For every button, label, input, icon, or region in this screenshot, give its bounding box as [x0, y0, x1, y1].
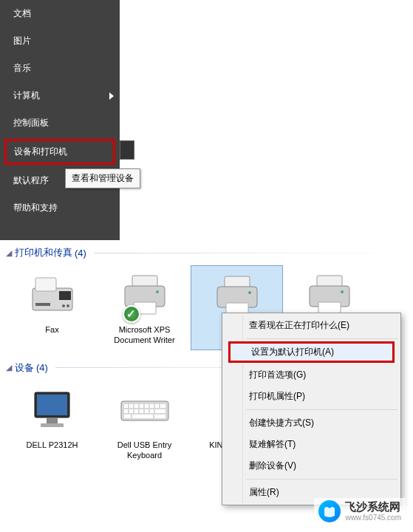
svg-rect-21	[41, 423, 64, 427]
start-menu-computer[interactable]: 计算机	[0, 82, 120, 109]
svg-rect-36	[150, 409, 154, 413]
svg-point-9	[156, 290, 159, 293]
svg-point-4	[62, 304, 65, 307]
collapse-icon: ◢	[6, 248, 12, 258]
svg-rect-30	[160, 404, 165, 408]
svg-rect-23	[124, 404, 128, 408]
printer-context-menu: 查看现在正在打印什么(E) 设置为默认打印机(A) 打印首选项(G) 打印机属性…	[222, 313, 401, 505]
device-label: Microsoft XPS Document Writer	[100, 324, 189, 346]
context-printer-properties[interactable]: 打印机属性(P)	[224, 386, 399, 407]
start-menu-tooltip: 查看和管理设备	[65, 168, 140, 188]
svg-rect-3	[35, 303, 50, 306]
section-divider	[94, 253, 407, 253]
start-menu-computer-label: 计算机	[13, 90, 40, 100]
context-menu-separator	[246, 409, 397, 410]
svg-rect-39	[132, 415, 153, 418]
chevron-right-icon	[109, 92, 114, 100]
svg-point-17	[341, 290, 344, 293]
svg-rect-19	[37, 395, 67, 415]
start-menu-documents[interactable]: 文档	[0, 0, 120, 27]
svg-point-5	[66, 304, 69, 307]
start-menu-music[interactable]: 音乐	[0, 55, 120, 82]
devices-section-title: 设备	[15, 361, 34, 375]
printers-section-count: (4)	[75, 248, 86, 259]
device-fax[interactable]: Fax	[6, 265, 98, 350]
watermark-url: www.fs0745.com	[345, 514, 401, 522]
watermark-title: 飞沙系统网	[345, 501, 401, 514]
svg-rect-20	[47, 417, 58, 423]
svg-rect-24	[129, 404, 133, 408]
context-menu-separator	[246, 338, 397, 339]
svg-rect-37	[155, 409, 165, 413]
svg-rect-26	[140, 404, 143, 408]
watermark: 飞沙系统网 www.fs0745.com	[314, 498, 406, 525]
svg-rect-32	[129, 409, 133, 413]
start-menu-control-panel[interactable]: 控制面板	[0, 109, 120, 137]
svg-rect-40	[154, 415, 165, 418]
device-label: Dell USB Entry Keyboard	[100, 440, 189, 461]
keyboard-icon	[115, 385, 174, 435]
device-keyboard[interactable]: Dell USB Entry Keyboard	[98, 381, 191, 466]
device-label: Fax	[7, 324, 97, 335]
start-menu-panel: 文档 图片 音乐 计算机 控制面板 设备和打印机 默认程序 帮助和支持	[0, 0, 120, 240]
svg-rect-2	[59, 291, 71, 300]
context-remove-device[interactable]: 删除设备(V)	[224, 455, 399, 477]
monitor-icon	[23, 385, 82, 435]
devices-section-count: (4)	[36, 362, 48, 373]
default-check-icon: ✓	[123, 305, 140, 323]
context-printing-preferences[interactable]: 打印首选项(G)	[224, 364, 399, 386]
svg-rect-1	[35, 278, 56, 291]
context-troubleshoot[interactable]: 疑难解答(T)	[224, 434, 399, 455]
svg-rect-25	[134, 404, 138, 408]
collapse-icon: ◢	[6, 363, 12, 372]
start-menu-pictures[interactable]: 图片	[0, 27, 120, 55]
svg-rect-34	[140, 409, 143, 413]
printer-icon: ✓	[115, 270, 174, 320]
start-menu-help-support[interactable]: 帮助和支持	[0, 194, 120, 222]
device-label: DELL P2312H	[7, 440, 97, 450]
watermark-logo-icon	[318, 500, 341, 522]
svg-rect-28	[150, 404, 154, 408]
device-xps-writer[interactable]: ✓ Microsoft XPS Document Writer	[98, 265, 191, 350]
device-monitor[interactable]: DELL P2312H	[6, 381, 98, 466]
context-set-default-printer[interactable]: 设置为默认打印机(A)	[228, 341, 395, 363]
svg-rect-29	[155, 404, 159, 408]
context-menu-separator	[246, 479, 397, 480]
svg-rect-33	[134, 409, 138, 413]
svg-rect-27	[145, 404, 149, 408]
printers-section-header[interactable]: ◢ 打印机和传真 (4)	[6, 246, 407, 259]
watermark-text: 飞沙系统网 www.fs0745.com	[345, 501, 401, 522]
svg-rect-38	[124, 415, 131, 418]
context-see-whats-printing[interactable]: 查看现在正在打印什么(E)	[224, 315, 399, 336]
context-create-shortcut[interactable]: 创建快捷方式(S)	[224, 412, 399, 434]
fax-icon	[23, 270, 82, 320]
printers-section-title: 打印机和传真	[15, 246, 72, 259]
svg-rect-35	[145, 409, 149, 413]
svg-point-13	[248, 291, 251, 294]
submenu-indicator	[120, 140, 134, 160]
start-menu-devices-printers[interactable]: 设备和打印机	[4, 139, 115, 165]
svg-rect-31	[124, 409, 128, 413]
